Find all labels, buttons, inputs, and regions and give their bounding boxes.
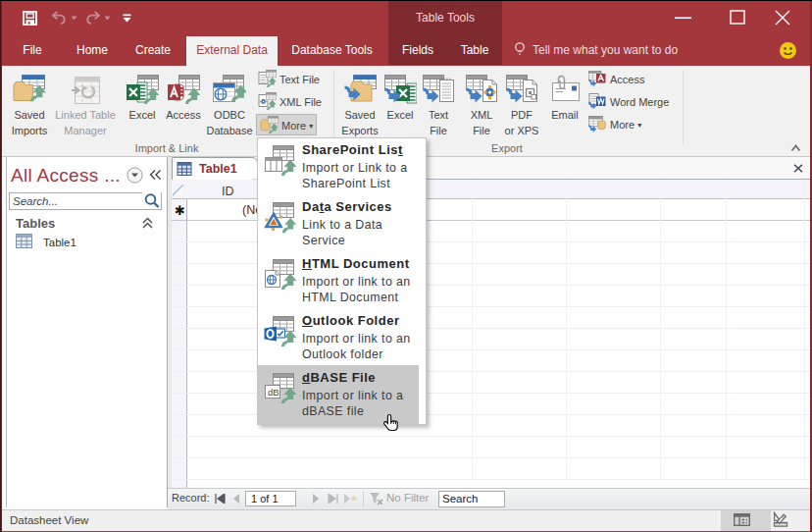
svg-text:dB: dB	[268, 387, 279, 398]
